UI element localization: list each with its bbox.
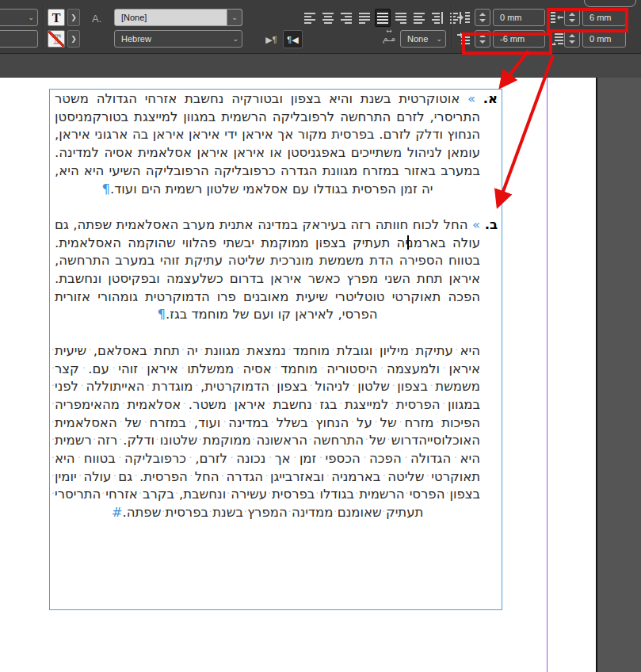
space-dot — [121, 235, 128, 250]
space-dot — [443, 127, 448, 142]
space-dot — [382, 505, 386, 520]
margin-guide — [547, 78, 548, 672]
space-dot — [265, 451, 274, 466]
justify-last-left-icon — [358, 12, 371, 24]
space-dot — [254, 217, 258, 232]
space-dot — [390, 379, 397, 394]
space-dot — [78, 379, 86, 394]
space-dot — [264, 271, 270, 286]
no-fill-button[interactable]: T — [48, 30, 65, 48]
justify-last-center-button[interactable] — [375, 9, 391, 27]
space-dot — [254, 235, 261, 250]
align-left-button[interactable] — [302, 9, 318, 27]
space-dot — [445, 487, 449, 502]
end-of-paragraph-marker: ¶ — [157, 307, 166, 322]
align-right-button[interactable] — [338, 9, 354, 27]
space-dot — [208, 505, 212, 520]
align-center-button[interactable] — [320, 9, 336, 27]
space-dot — [334, 109, 340, 124]
kashida-dropdown[interactable]: None ⌄ — [400, 30, 446, 48]
space-dot — [453, 343, 460, 358]
paragraph-direction-rtl-button[interactable]: ¶◀ — [283, 30, 303, 48]
space-dot — [192, 145, 196, 160]
space-dot — [410, 271, 417, 286]
left-indent-value: 0 mm — [494, 10, 544, 25]
justify-last-right-button[interactable] — [393, 9, 409, 27]
space-dot — [399, 163, 404, 178]
align-center-icon — [322, 12, 334, 24]
character-style-dropdown[interactable]: [None] ⌄ — [114, 9, 242, 26]
space-dot — [160, 271, 166, 286]
text-frame[interactable]: א. » אוטוקרטית בשנת והיא בצפון ובטורקיה … — [49, 89, 502, 610]
space-dot — [101, 271, 108, 286]
no-fill-flyout-button[interactable]: ❯ — [67, 30, 80, 48]
space-dot — [330, 343, 337, 358]
text-fill-button[interactable]: T — [48, 9, 65, 26]
space-dot — [197, 433, 203, 448]
space-dot — [69, 217, 73, 232]
space-dot — [137, 181, 141, 197]
space-dot — [181, 397, 188, 412]
space-dot — [220, 127, 225, 142]
chevron-down-icon[interactable]: ⌄ — [436, 31, 442, 47]
space-dot — [402, 451, 410, 466]
paragraph[interactable]: היא עתיקת מיליון וגובלת מוחמד נמצאת מגוו… — [55, 342, 498, 522]
space-dot — [424, 469, 431, 484]
end-of-paragraph-marker: # — [112, 505, 123, 520]
character-style-value: [None] — [115, 10, 242, 25]
space-dot — [117, 433, 123, 448]
align-toward-spine-button[interactable] — [429, 9, 445, 27]
space-dot — [174, 487, 179, 502]
last-line-indent-field[interactable]: 0 mm — [582, 30, 626, 48]
space-dot — [291, 307, 295, 322]
space-dot — [328, 289, 335, 304]
space-dot — [111, 469, 118, 484]
space-dot — [250, 307, 254, 322]
paragraph[interactable]: ב. » החל לכוח חוותה רזה בעיראק במדינה את… — [55, 216, 498, 324]
space-dot — [109, 253, 115, 268]
space-dot — [307, 379, 315, 394]
space-dot — [338, 397, 345, 412]
space-dot — [439, 217, 443, 232]
space-dot — [99, 145, 104, 160]
paragraph-direction-ltr-button[interactable]: ▶¶ — [261, 30, 281, 48]
paragraph[interactable]: א. » אוטוקרטית בשנת והיא בצפון ובטורקיה … — [55, 90, 498, 198]
left-indent-icon — [456, 11, 471, 24]
left-indent-stepper[interactable] — [475, 9, 490, 26]
story[interactable]: א. » אוטוקרטית בשנת והיא בצפון ובטורקיה … — [50, 90, 502, 522]
justify-last-left-button[interactable] — [357, 9, 372, 27]
justify-all-button[interactable] — [411, 9, 427, 27]
align-right-icon — [340, 12, 353, 24]
space-dot — [178, 217, 182, 232]
left-indent-field[interactable]: 0 mm — [493, 9, 545, 26]
text-fill-flyout-button[interactable]: ❯ — [67, 9, 80, 26]
space-dot — [138, 487, 143, 502]
scale-field[interactable]: % ⌄ — [0, 9, 38, 26]
space-dot — [327, 127, 332, 142]
space-dot — [307, 433, 313, 448]
chevron-down-icon[interactable]: ⌄ — [227, 10, 242, 25]
space-dot — [104, 163, 109, 178]
space-dot — [267, 487, 272, 502]
space-dot — [372, 343, 380, 358]
space-dot — [364, 433, 369, 448]
space-dot — [425, 109, 430, 124]
space-dot — [228, 145, 233, 160]
space-dot — [312, 397, 319, 412]
secondary-scale-field[interactable] — [0, 30, 38, 48]
space-dot — [377, 361, 386, 376]
language-dropdown[interactable]: Hebrew ⌄ — [114, 30, 242, 48]
space-dot — [176, 235, 182, 250]
chevron-down-icon[interactable]: ⌄ — [28, 10, 34, 25]
space-dot — [396, 181, 400, 197]
space-dot — [101, 487, 105, 502]
last-line-indent-stepper[interactable] — [564, 30, 580, 48]
space-dot — [288, 181, 292, 197]
space-dot — [90, 289, 97, 304]
chevron-down-icon[interactable]: ⌄ — [232, 31, 238, 47]
space-dot — [227, 397, 234, 412]
space-dot — [475, 91, 483, 106]
space-dot — [411, 127, 416, 142]
space-dot — [394, 253, 399, 268]
space-dot — [228, 307, 232, 322]
